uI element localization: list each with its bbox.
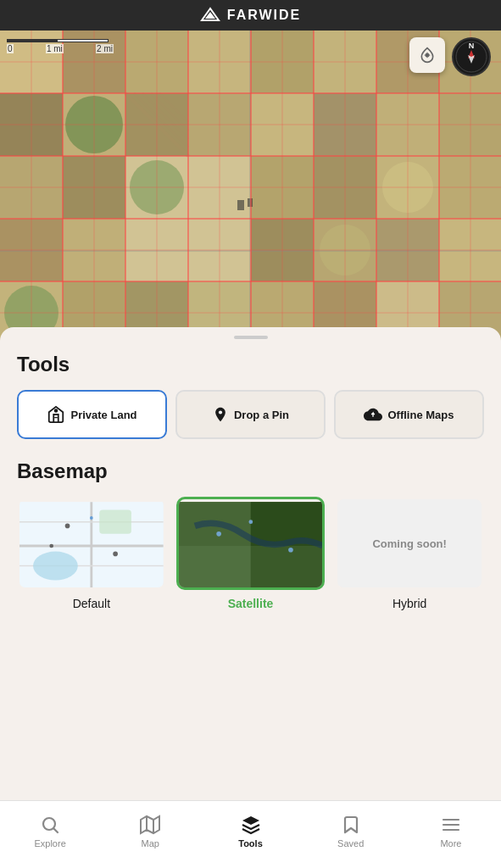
svg-text:N: N <box>469 42 475 50</box>
logo: FARWIDE <box>200 7 301 24</box>
svg-marker-123 <box>242 816 259 825</box>
svg-rect-113 <box>179 546 251 590</box>
svg-point-116 <box>288 548 293 553</box>
private-land-button[interactable]: Private Land <box>17 390 167 439</box>
tools-section-title: Tools <box>17 353 484 376</box>
basemap-options-row: Default <box>17 497 484 610</box>
coming-soon-label: Coming soon! <box>372 537 446 550</box>
basemap-hybrid[interactable]: Coming soon! Hybrid <box>335 497 484 610</box>
svg-rect-61 <box>237 200 244 210</box>
basemap-default-thumb <box>17 497 166 590</box>
svg-point-106 <box>65 524 70 529</box>
scale-label-1: 1 mi <box>46 44 64 53</box>
svg-point-108 <box>49 544 53 548</box>
svg-point-115 <box>216 531 221 537</box>
nav-more[interactable]: More <box>401 815 501 855</box>
nav-map-label: Map <box>142 838 159 849</box>
private-land-label: Private Land <box>70 409 136 421</box>
nav-more-label: More <box>440 838 461 849</box>
nav-explore-label: Explore <box>34 838 65 849</box>
bottom-sheet: Tools Private Land Drop a Pin <box>0 327 501 800</box>
basemap-default-label: Default <box>73 597 110 610</box>
map-scale-bar: 0 1 mi 2 mi <box>7 39 114 53</box>
offline-maps-button[interactable]: Offline Maps <box>334 390 484 439</box>
scale-label-2: 2 mi <box>96 44 114 53</box>
nav-map[interactable]: Map <box>100 815 200 855</box>
basemap-satellite-label: Satellite <box>228 597 274 610</box>
offline-maps-label: Offline Maps <box>387 409 454 421</box>
nav-saved[interactable]: Saved <box>301 815 401 855</box>
svg-rect-105 <box>99 510 131 534</box>
svg-point-107 <box>113 552 118 557</box>
tools-buttons-row: Private Land Drop a Pin Offline Maps <box>17 390 484 439</box>
basemap-default[interactable]: Default <box>17 497 166 610</box>
scale-label-0: 0 <box>7 44 14 53</box>
svg-point-97 <box>219 410 222 414</box>
basemap-hybrid-thumb: Coming soon! <box>335 497 484 590</box>
svg-point-104 <box>33 552 78 581</box>
svg-rect-114 <box>251 546 323 590</box>
nav-tools-label: Tools <box>238 838 263 849</box>
location-button[interactable] <box>409 37 445 73</box>
svg-marker-120 <box>141 816 159 833</box>
svg-point-117 <box>248 520 253 524</box>
nav-explore[interactable]: Explore <box>0 815 100 855</box>
drop-pin-label: Drop a Pin <box>234 409 289 421</box>
svg-line-119 <box>54 828 58 832</box>
basemap-hybrid-label: Hybrid <box>392 597 426 610</box>
drop-pin-button[interactable]: Drop a Pin <box>175 390 326 439</box>
app-title: FARWIDE <box>227 8 301 23</box>
app-header: FARWIDE <box>0 0 501 31</box>
map-compass: N <box>452 37 491 76</box>
basemap-satellite[interactable]: Satellite <box>176 497 326 610</box>
basemap-satellite-thumb <box>176 497 326 590</box>
nav-saved-label: Saved <box>337 838 364 849</box>
bottom-navigation: Explore Map Tools Saved Mor <box>0 800 501 868</box>
nav-tools[interactable]: Tools <box>200 815 300 855</box>
basemap-section-title: Basemap <box>17 459 484 483</box>
svg-point-109 <box>90 516 93 520</box>
svg-point-96 <box>55 409 58 412</box>
svg-point-91 <box>426 53 428 56</box>
